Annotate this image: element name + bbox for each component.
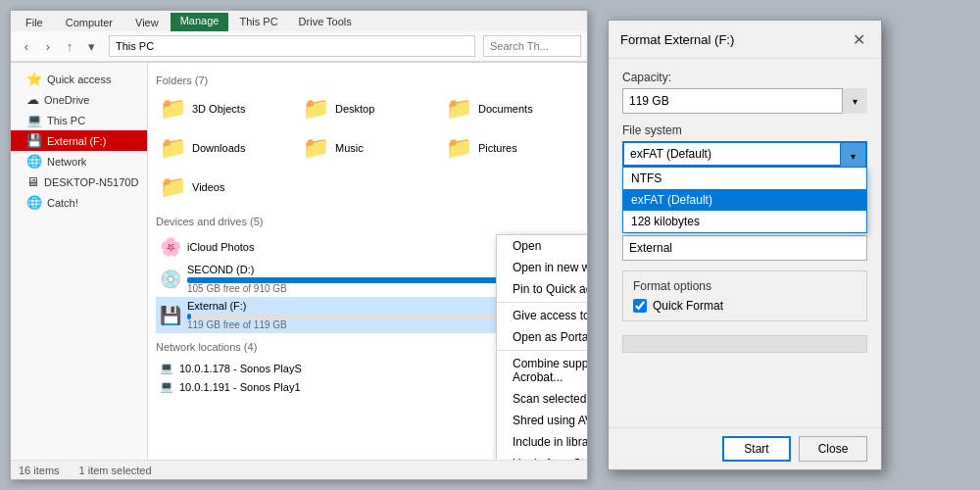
- ribbon-tab-computer[interactable]: Computer: [55, 13, 123, 31]
- folder-icon: 📁: [160, 96, 186, 122]
- ribbon-manage[interactable]: Manage: [171, 13, 229, 31]
- fs-ntfs[interactable]: NTFS: [623, 168, 866, 189]
- progress-bar: [622, 335, 867, 353]
- folder-music[interactable]: 📁 Music: [299, 131, 436, 165]
- folder-3d-objects[interactable]: 📁 3D Objects: [156, 92, 293, 125]
- context-menu: Open Open in new window Pin to Quick acc…: [496, 234, 587, 460]
- filesystem-dropdown: exFAT (Default) ▾ NTFS exFAT (Default) 1…: [622, 141, 867, 167]
- folder-icon: 📁: [303, 96, 329, 122]
- folder-documents[interactable]: 📁 Documents: [442, 92, 579, 125]
- menu-include-library[interactable]: Include in library: [497, 431, 587, 453]
- start-btn[interactable]: Start: [722, 436, 791, 462]
- file-explorer: File Computer View Manage This PC Drive …: [10, 10, 588, 480]
- close-btn[interactable]: Close: [799, 436, 867, 462]
- quick-format-label: Quick Format: [653, 299, 723, 313]
- explorer-body: ⭐ Quick access ☁ OneDrive 💻 This PC 💾 Ex…: [11, 63, 587, 460]
- sidebar-item-network[interactable]: 🌐 Network: [11, 151, 147, 172]
- search-input[interactable]: [483, 35, 581, 57]
- capacity-section: Capacity: 119 GB ▾: [622, 71, 867, 114]
- ribbon-tab-view[interactable]: View: [124, 13, 170, 31]
- quick-format-checkbox[interactable]: [633, 299, 647, 313]
- ribbon-tabs: File Computer View Manage This PC Drive …: [11, 11, 587, 31]
- menu-shred-avg[interactable]: Shred using AVG: [497, 410, 587, 431]
- dialog-body: Capacity: 119 GB ▾ File system exFAT (De…: [609, 59, 881, 427]
- folders-header: Folders (7): [156, 74, 579, 86]
- sidebar-item-external[interactable]: 💾 External (F:): [11, 130, 147, 151]
- sidebar: ⭐ Quick access ☁ OneDrive 💻 This PC 💾 Ex…: [11, 63, 148, 460]
- forward-btn[interactable]: ›: [38, 36, 58, 56]
- capacity-label: Capacity:: [622, 71, 867, 84]
- filesystem-list: NTFS exFAT (Default) 128 kilobytes: [622, 167, 867, 233]
- up-btn[interactable]: ↑: [60, 36, 79, 56]
- dialog-close-btn[interactable]: ✕: [848, 28, 869, 50]
- capacity-select[interactable]: 119 GB: [622, 88, 867, 114]
- menu-open-portable[interactable]: Open as Portable Device: [497, 326, 587, 348]
- address-bar[interactable]: This PC: [109, 35, 475, 57]
- this-pc-icon: 💻: [26, 113, 42, 127]
- sidebar-item-quick-access[interactable]: ⭐ Quick access: [11, 69, 147, 89]
- menu-sep-1: [497, 302, 587, 303]
- filesystem-label: File system: [622, 123, 867, 137]
- status-bar: 16 items 1 item selected: [11, 460, 587, 479]
- folder-icon: 📁: [160, 135, 186, 161]
- folder-desktop[interactable]: 📁 Desktop: [299, 92, 436, 125]
- quick-access-icon: ⭐: [26, 72, 42, 86]
- format-options-section: Format options Quick Format: [622, 270, 867, 321]
- ribbon: File Computer View Manage This PC Drive …: [11, 11, 587, 63]
- menu-pin-quick[interactable]: Pin to Quick access: [497, 278, 587, 300]
- folder-downloads[interactable]: 📁 Downloads: [156, 131, 293, 165]
- main-content: Folders (7) 📁 3D Objects 📁 Desktop 📁 Doc…: [148, 63, 587, 460]
- external-icon: 💾: [160, 305, 181, 326]
- folder-icon: 📁: [160, 174, 186, 200]
- filesystem-section: File system exFAT (Default) ▾ NTFS exFAT…: [622, 123, 867, 167]
- dialog-titlebar: Format External (F:) ✕: [609, 21, 881, 59]
- filesystem-arrow: ▾: [840, 143, 865, 169]
- folder-icon: 📁: [446, 135, 472, 161]
- folder-icon: 📁: [303, 135, 329, 161]
- folders-grid: 📁 3D Objects 📁 Desktop 📁 Documents 📁 Dow…: [156, 92, 579, 204]
- dialog-footer: Start Close: [609, 427, 881, 469]
- second-drive-icon: 💿: [160, 269, 181, 290]
- sidebar-item-desktop-pc[interactable]: 🖥 DESKTOP-N5170D: [11, 172, 147, 192]
- item-count: 16 items: [19, 465, 60, 476]
- menu-unpin-start[interactable]: Unpin from Start: [497, 453, 587, 460]
- dialog-title: Format External (F:): [620, 32, 734, 47]
- capacity-select-wrapper: 119 GB ▾: [622, 88, 867, 114]
- fs-exfat[interactable]: exFAT (Default): [623, 189, 866, 211]
- ribbon-drive-tools: Drive Tools: [289, 13, 362, 31]
- ribbon-this-pc: This PC: [229, 13, 287, 31]
- sidebar-item-this-pc[interactable]: 💻 This PC: [11, 110, 147, 130]
- sonos1-icon: 💻: [160, 380, 173, 393]
- quick-format-row: Quick Format: [633, 299, 857, 313]
- nav-buttons: ‹ › ↑ ▾: [17, 36, 101, 56]
- sonos5-icon: 💻: [160, 362, 173, 374]
- folder-pictures[interactable]: 📁 Pictures: [442, 131, 579, 165]
- format-dialog: Format External (F:) ✕ Capacity: 119 GB …: [608, 20, 882, 470]
- menu-combine-acrobat[interactable]: Combine supported files in Acrobat...: [497, 353, 587, 388]
- onedrive-icon: ☁: [26, 92, 39, 107]
- external-drive-icon: 💾: [26, 133, 42, 148]
- menu-open-new-window[interactable]: Open in new window: [497, 257, 587, 278]
- fs-128kb[interactable]: 128 kilobytes: [623, 211, 866, 232]
- sidebar-item-catch[interactable]: 🌐 Catch!: [11, 192, 147, 213]
- folder-videos[interactable]: 📁 Videos: [156, 171, 293, 204]
- ribbon-toolbar: ‹ › ↑ ▾ This PC: [11, 31, 587, 62]
- menu-give-access[interactable]: Give access to: [497, 305, 587, 326]
- folder-icon: 📁: [446, 96, 472, 122]
- ribbon-tab-file[interactable]: File: [15, 13, 54, 31]
- recent-btn[interactable]: ▾: [81, 36, 101, 56]
- menu-scan-viruses[interactable]: Scan selected items for viruses: [497, 388, 587, 410]
- desktop-icon: 🖥: [26, 174, 39, 189]
- catch-icon: 🌐: [26, 195, 42, 210]
- format-options-label: Format options: [633, 279, 857, 293]
- selected-count: 1 item selected: [79, 465, 152, 476]
- devices-header: Devices and drives (5): [156, 216, 579, 227]
- volume-input[interactable]: [622, 235, 867, 261]
- back-btn[interactable]: ‹: [17, 36, 36, 56]
- menu-open[interactable]: Open: [497, 235, 587, 257]
- sidebar-item-onedrive[interactable]: ☁ OneDrive: [11, 89, 147, 110]
- filesystem-header[interactable]: exFAT (Default) ▾: [622, 141, 867, 167]
- icloud-icon: 🌸: [160, 236, 181, 258]
- network-icon: 🌐: [26, 154, 42, 169]
- menu-sep-2: [497, 350, 587, 351]
